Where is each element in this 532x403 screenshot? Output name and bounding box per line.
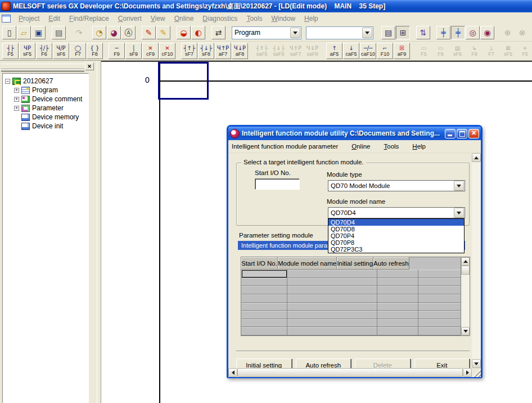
tree-expander-icon[interactable]: − — [5, 79, 10, 84]
pulse-saF6[interactable]: ┤⇓├saF6 — [270, 43, 287, 59]
delete-vline-cF10[interactable]: ✕cF10 — [159, 43, 175, 59]
table-cell[interactable] — [287, 294, 377, 303]
sfc-end-F7[interactable]: ⊥F7 — [483, 43, 499, 59]
scroll-left-icon[interactable] — [228, 368, 237, 377]
scroll-up-icon[interactable] — [472, 153, 481, 162]
monitor-write-mode-icon[interactable]: ◉ — [480, 26, 494, 39]
scrollbar-thumb[interactable] — [237, 368, 463, 377]
read-mode-icon[interactable]: ╪ — [436, 26, 450, 39]
instruction-F8[interactable]: { }F8 — [87, 43, 103, 59]
program-type-combobox[interactable]: Program — [232, 26, 301, 39]
table-row[interactable] — [241, 327, 461, 335]
menu-item[interactable]: Help — [300, 14, 323, 24]
table-row[interactable] — [241, 303, 461, 311]
table-scrollbar[interactable] — [461, 257, 470, 335]
dropdown-option[interactable]: QD70P4 — [328, 232, 464, 239]
tree-root-item[interactable]: − 20120627 — [3, 77, 88, 86]
new-file-icon[interactable]: ▯ — [2, 26, 16, 39]
combo-dropdown-button[interactable] — [362, 28, 372, 38]
parallel-closed-contact-sF6[interactable]: Ч/РsF6 — [53, 43, 69, 59]
ladder-logic-test-icon[interactable]: ⇅ — [416, 26, 430, 39]
dropdown-option[interactable]: QD70D8 — [328, 226, 464, 232]
vertical-line-sF9[interactable]: │sF9 — [125, 43, 142, 59]
panel-splitter[interactable] — [97, 61, 101, 403]
rising-pulse-sF7[interactable]: ┤↑├sF7 — [181, 43, 197, 59]
dialog-horizontal-scrollbar[interactable] — [228, 368, 472, 377]
table-cell[interactable] — [418, 286, 461, 294]
find-icon[interactable]: ◔ — [92, 26, 106, 39]
delete-hline-cF9[interactable]: ✕cF9 — [142, 43, 159, 59]
tree-item[interactable]: Device init — [3, 122, 88, 131]
dialog-menu-item[interactable]: Online — [351, 143, 370, 150]
ladder-insert-icon[interactable]: ✎ — [156, 26, 170, 39]
undo-icon[interactable]: ↷ — [72, 26, 86, 39]
table-cell[interactable] — [287, 311, 377, 319]
table-cell[interactable] — [377, 286, 418, 294]
table-cell[interactable] — [241, 327, 287, 335]
find-string-icon[interactable]: Ⓐ — [121, 26, 136, 39]
transfer-setup-icon[interactable]: ⇄ — [211, 26, 226, 39]
close-button[interactable] — [468, 129, 479, 138]
search-erase-2-icon[interactable]: ◐ — [191, 26, 205, 39]
table-cell[interactable] — [287, 270, 377, 278]
write-mode-icon[interactable]: ╪ — [451, 26, 465, 39]
scrollbar-thumb[interactable] — [461, 266, 470, 275]
dropdown-option[interactable]: QD70D4 — [328, 219, 464, 226]
scroll-down-icon[interactable] — [472, 359, 481, 368]
table-cell[interactable] — [241, 311, 287, 319]
menu-item[interactable]: Online — [170, 14, 199, 24]
table-cell[interactable] — [241, 270, 287, 278]
sfc-jump-F8[interactable]: ↳F8 — [466, 43, 483, 59]
table-cell[interactable] — [241, 286, 287, 294]
tree-item[interactable]: + Program — [3, 86, 88, 95]
table-cell[interactable] — [377, 319, 418, 328]
table-row[interactable] — [241, 319, 461, 328]
table-row[interactable] — [241, 294, 461, 303]
menu-item[interactable]: Project — [14, 14, 44, 24]
table-cell[interactable] — [377, 327, 418, 335]
parallel-falling-aF8[interactable]: Ч↓РaF8 — [232, 43, 248, 59]
dialog-title-bar[interactable]: Intelligent function module utility C:\D… — [228, 127, 481, 140]
delete-rung-caF10[interactable]: ─/─caF10 — [360, 43, 376, 59]
mdi-child-icon[interactable] — [2, 15, 11, 23]
sfc-transition-sF5[interactable]: ⊠sF5 — [500, 43, 516, 59]
menu-item[interactable]: View — [146, 14, 170, 24]
table-cell[interactable] — [241, 278, 287, 286]
parallel-open-contact-sF5[interactable]: ЧРsF5 — [19, 43, 35, 59]
minimize-button[interactable] — [445, 129, 456, 138]
horizontal-line-F9[interactable]: ─F9 — [109, 43, 125, 59]
online-read-icon[interactable]: ⊕ — [501, 26, 515, 39]
table-cell[interactable] — [418, 278, 461, 286]
save-project-icon[interactable]: ▣ — [31, 26, 46, 39]
falling-pulse-sF8[interactable]: ┤↓├sF8 — [198, 43, 214, 59]
table-cell[interactable] — [287, 319, 377, 328]
menu-item[interactable]: Convert — [114, 14, 146, 24]
convert-caF5[interactable]: ↓caF5 — [343, 43, 359, 59]
tree-expander-icon[interactable]: + — [14, 106, 19, 111]
open-project-icon[interactable]: ▱ — [17, 26, 31, 39]
dialog-vertical-scrollbar[interactable] — [472, 153, 481, 368]
closed-contact-F6[interactable]: ┤/├F6 — [36, 43, 52, 59]
scroll-up-icon[interactable] — [461, 257, 470, 266]
ladder-write-icon[interactable]: ✎ — [142, 26, 156, 39]
module-model-combobox[interactable]: QD70D4 — [328, 207, 465, 218]
module-type-combobox[interactable]: QD70 Model Module — [328, 180, 465, 191]
panel-close-button[interactable] — [85, 62, 94, 70]
open-contact-F5[interactable]: ┤├F5 — [2, 43, 19, 59]
combo-dropdown-button[interactable] — [290, 28, 300, 38]
find-device-icon[interactable]: ◕ — [107, 26, 121, 39]
pulse-saF5[interactable]: ┤⇑├saF5 — [254, 43, 270, 59]
ladder-edit-cursor[interactable] — [158, 62, 209, 100]
tree-expander-icon[interactable]: + — [14, 88, 19, 93]
menu-item[interactable]: Edit — [44, 14, 65, 24]
menu-item[interactable]: Find/Replace — [65, 14, 114, 24]
monitor-mode-icon[interactable]: ◎ — [466, 26, 480, 39]
table-cell[interactable] — [418, 270, 461, 278]
table-row[interactable] — [241, 278, 461, 286]
tree-item[interactable]: + Device comment — [3, 95, 88, 104]
panel-grabber[interactable] — [1, 64, 84, 69]
parallel-rising-aF7[interactable]: Ч↑РaF7 — [215, 43, 231, 59]
search-erase-icon[interactable]: ◒ — [177, 26, 191, 39]
table-row[interactable] — [241, 270, 461, 278]
table-cell[interactable] — [287, 278, 377, 286]
